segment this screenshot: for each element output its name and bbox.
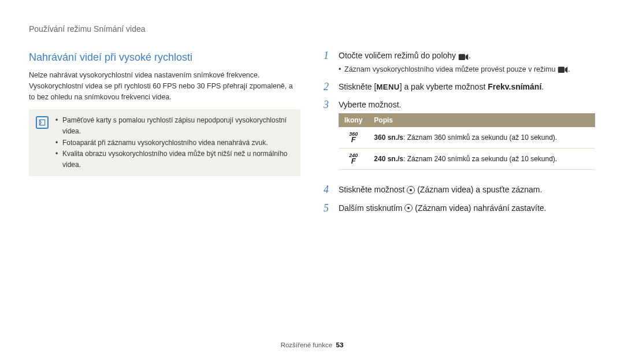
step-sub-text: Záznam vysokorychlostního videa můžete p… — [344, 65, 558, 73]
svg-rect-0 — [459, 54, 465, 60]
two-column-layout: Nahrávání videí při vysoké rychlosti Nel… — [29, 50, 595, 221]
step-4: 4 Stiskněte možnost (Záznam videa) a spu… — [324, 184, 595, 196]
table-header-desc: Popis — [368, 113, 595, 127]
footer-page-number: 53 — [336, 341, 344, 348]
step-number: 5 — [324, 202, 333, 215]
step-text: ] a pak vyberte možnost — [400, 82, 488, 91]
step-text: . — [541, 82, 544, 91]
video-mode-icon — [458, 52, 469, 60]
step-5: 5 Dalším stisknutím (Záznam videa) nahrá… — [324, 202, 595, 215]
svg-rect-2 — [558, 66, 564, 73]
info-list: Paměťové karty s pomalou rychlostí zápis… — [55, 115, 294, 170]
step-body: Stiskněte možnost (Záznam videa) a spusť… — [339, 184, 595, 196]
fps-icon-360: 360 F — [339, 127, 368, 148]
svg-marker-3 — [565, 66, 568, 73]
info-item: Kvalita obrazu vysokorychlostního videa … — [55, 148, 294, 170]
page-footer: Rozšířené funkce 53 — [0, 340, 624, 350]
step-text: . — [469, 51, 471, 60]
step-text: Stiskněte [ — [339, 82, 376, 91]
steps-list: 1 Otočte voličem režimů do polohy . Zázn… — [324, 50, 595, 215]
step-text: Stiskněte možnost — [339, 185, 407, 194]
options-table: Ikony Popis 360 F 360 s — [339, 113, 595, 170]
note-icon — [36, 116, 49, 129]
table-row: 240 F 240 sn./s: Záznam 240 snímků za se… — [339, 148, 595, 170]
step-number: 3 — [324, 99, 333, 112]
step-text: Otočte voličem režimů do polohy — [339, 51, 458, 60]
video-mode-icon — [558, 66, 568, 74]
page-header: Používání režimu Snímání videa — [29, 23, 595, 35]
intro-paragraph: Nelze nahrávat vysokorychlostní videa na… — [29, 70, 300, 102]
table-header-icon: Ikony — [339, 113, 368, 127]
table-cell-desc: 360 sn./s: Záznam 360 snímků za sekundu … — [368, 127, 595, 148]
info-item: Fotoaparát při záznamu vysokorychlostníh… — [55, 138, 294, 148]
step-bold: Frekv.snímání — [488, 82, 541, 91]
step-body: Dalším stisknutím (Záznam videa) nahrává… — [339, 202, 595, 214]
info-box: Paměťové karty s pomalou rychlostí zápis… — [29, 109, 300, 176]
step-sub-bullet: Záznam vysokorychlostního videa můžete p… — [339, 64, 595, 75]
table-row: 360 F 360 sn./s: Záznam 360 snímků za se… — [339, 127, 595, 148]
step-number: 1 — [324, 50, 333, 62]
svg-marker-1 — [466, 54, 469, 60]
step-number: 4 — [324, 184, 333, 196]
step-body: Vyberte možnost. Ikony Popis 360 — [339, 99, 595, 178]
step-2: 2 Stiskněte [MENU] a pak vyberte možnost… — [324, 81, 595, 94]
footer-label: Rozšířené funkce — [281, 341, 333, 348]
step-body: Otočte voličem režimů do polohy . Záznam… — [339, 50, 595, 75]
left-column: Nahrávání videí při vysoké rychlosti Nel… — [29, 50, 300, 221]
record-button-icon — [404, 204, 413, 212]
step-sub-text: . — [568, 65, 570, 73]
step-1: 1 Otočte voličem režimů do polohy . Zázn… — [324, 50, 595, 75]
section-title: Nahrávání videí při vysoké rychlosti — [29, 50, 300, 65]
step-text: Vyberte možnost. — [339, 100, 401, 109]
menu-key-label: MENU — [376, 83, 399, 91]
table-cell-desc: 240 sn./s: Záznam 240 snímků za sekundu … — [368, 148, 595, 170]
fps-icon-240: 240 F — [339, 148, 368, 170]
step-text: (Záznam videa) nahrávání zastavíte. — [415, 203, 546, 213]
info-item: Paměťové karty s pomalou rychlostí zápis… — [55, 115, 294, 137]
step-text: (Záznam videa) a spusťte záznam. — [417, 185, 542, 194]
step-3: 3 Vyberte možnost. Ikony Popis — [324, 99, 595, 178]
step-body: Stiskněte [MENU] a pak vyberte možnost F… — [339, 81, 595, 93]
step-text: Dalším stisknutím — [339, 203, 404, 213]
record-button-icon — [407, 186, 415, 194]
right-column: 1 Otočte voličem režimů do polohy . Zázn… — [324, 50, 595, 221]
step-number: 2 — [324, 81, 333, 94]
